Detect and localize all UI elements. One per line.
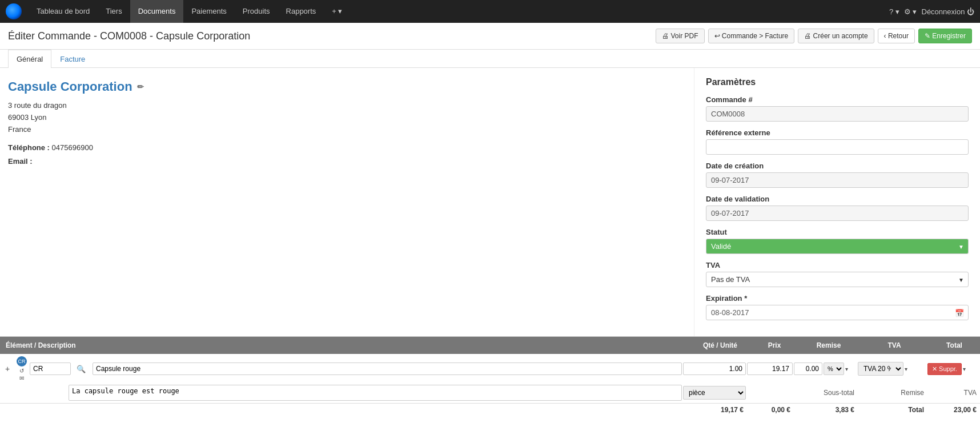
company-edit-icon[interactable]: ✏: [137, 82, 144, 91]
statut-select-wrapper: Validé: [706, 239, 969, 254]
footer-tva-value: 3,83 €: [794, 406, 857, 414]
nav-paiements[interactable]: Paiements: [183, 0, 234, 23]
date-creation-input[interactable]: [706, 172, 969, 188]
address-line2: 69003 Lyon: [8, 112, 686, 124]
nav-tiers[interactable]: Tiers: [98, 0, 130, 23]
row-suppr-button[interactable]: ✕ Suppr.: [927, 363, 962, 375]
row-qty-input[interactable]: [683, 362, 746, 375]
tab-facture[interactable]: Facture: [51, 50, 94, 68]
row-code-input[interactable]: [30, 362, 71, 375]
nav-plus[interactable]: + ▾: [324, 0, 350, 23]
company-contact: Téléphone : 0475696900 Email :: [8, 141, 686, 168]
ref-externe-input[interactable]: [706, 139, 969, 155]
retour-button[interactable]: ‹ Retour: [878, 29, 915, 43]
row-remise-input[interactable]: [794, 362, 822, 375]
footer-tva-label: TVA: [927, 389, 979, 397]
page-title: Éditer Commande - COM0008 - Capsule Corp…: [8, 30, 250, 42]
row-unit-select[interactable]: pièce: [683, 386, 746, 400]
th-prix: Prix: [752, 337, 797, 354]
app-logo: [6, 3, 22, 19]
main-content: Capsule Corporation ✏ 3 route du dragon …: [0, 68, 980, 336]
row-refresh-icon[interactable]: ↺: [19, 368, 24, 374]
footer-sous-total-value: 19,17 €: [683, 406, 746, 414]
telephone-row: Téléphone : 0475696900: [8, 141, 686, 154]
creer-acompte-button[interactable]: 🖨 Créer un acompte: [798, 29, 874, 43]
th-tva: TVA: [860, 337, 929, 354]
statut-select[interactable]: Validé: [706, 239, 969, 254]
table-area: Élément / Description Qté / Unité Prix R…: [0, 336, 980, 416]
telephone-label: Téléphone :: [8, 143, 50, 152]
footer-remise-value: 0,00 €: [747, 406, 793, 414]
footer-total-value: 23,00 €: [927, 406, 979, 414]
tva-select-wrapper: Pas de TVA: [706, 272, 969, 287]
row-prix-input[interactable]: [747, 362, 793, 375]
company-address: 3 route du dragon 69003 Lyon France: [8, 100, 686, 135]
ref-externe-label: Référence externe: [706, 128, 969, 137]
footer-remise-label: Remise: [858, 389, 926, 397]
row-actions: ✕ Suppr. ▾: [927, 363, 979, 375]
nav-documents[interactable]: Documents: [130, 0, 184, 23]
row-icons: CR ↺ ✉: [15, 356, 29, 381]
top-nav: Tableau de bord Tiers Documents Paiement…: [0, 0, 980, 23]
table-footer-row: 19,17 € 0,00 € 3,83 € Total 23,00 €: [0, 404, 980, 416]
row-tva-group: TVA 20 % ▾: [858, 362, 926, 376]
row-search-icon[interactable]: 🔍: [77, 365, 91, 373]
footer-sous-total-label: Sous-total: [794, 389, 857, 397]
nav-tableau-de-bord[interactable]: Tableau de bord: [29, 0, 98, 23]
settings-menu[interactable]: ⚙ ▾: [904, 7, 917, 16]
form-tva: TVA Pas de TVA: [706, 261, 969, 287]
commande-facture-button[interactable]: ↩ Commande > Facture: [708, 29, 795, 43]
row-remise-group: % € ▾: [794, 362, 857, 375]
row-more-icon[interactable]: ▾: [963, 366, 966, 372]
form-expiration: Expiration * 📅: [706, 294, 969, 320]
th-qte-unite: Qté / Unité: [689, 337, 752, 354]
nav-rapports[interactable]: Rapports: [278, 0, 324, 23]
left-panel: Capsule Corporation ✏ 3 route du dragon …: [0, 68, 694, 336]
nav-items: Tableau de bord Tiers Documents Paiement…: [29, 0, 889, 23]
tva-select[interactable]: Pas de TVA: [706, 272, 969, 287]
params-title: Paramètres: [706, 77, 969, 87]
expiration-label: Expiration *: [706, 294, 969, 303]
form-date-creation: Date de création: [706, 162, 969, 188]
enregistrer-button[interactable]: ✎ Enregistrer: [918, 29, 972, 43]
tabs: Général Facture: [0, 50, 980, 68]
form-commande: Commande #: [706, 95, 969, 122]
commande-input[interactable]: [706, 106, 969, 122]
company-name-text: Capsule Corporation: [8, 79, 132, 94]
table-header: Élément / Description Qté / Unité Prix R…: [0, 337, 980, 354]
row-remise-type-select[interactable]: % €: [824, 362, 844, 375]
date-validation-input[interactable]: [706, 206, 969, 221]
email-label: Email :: [8, 157, 33, 166]
footer-total-label: Total: [858, 406, 926, 414]
row-note-input[interactable]: La capsule rouge est rouge: [69, 385, 682, 401]
header-actions: 🖨 Voir PDF ↩ Commande > Facture 🖨 Créer …: [656, 29, 972, 43]
telephone-val: 0475696900: [52, 143, 93, 152]
form-statut: Statut Validé: [706, 228, 969, 254]
calendar-icon[interactable]: 📅: [955, 308, 964, 317]
nav-produits[interactable]: Produits: [235, 0, 278, 23]
form-ref-externe: Référence externe: [706, 128, 969, 155]
nav-right: ? ▾ ⚙ ▾ Déconnexion ⏻: [889, 7, 974, 16]
logout-button[interactable]: Déconnexion ⏻: [922, 7, 975, 16]
form-date-validation: Date de validation: [706, 195, 969, 221]
table-row: + CR ↺ ✉ 🔍 % € ▾ TVA 20 %: [0, 354, 980, 404]
date-creation-label: Date de création: [706, 162, 969, 170]
row-desc-input[interactable]: [93, 362, 682, 375]
address-line1: 3 route du dragon: [8, 100, 686, 112]
voir-pdf-button[interactable]: 🖨 Voir PDF: [656, 29, 704, 43]
row-add-icon[interactable]: +: [1, 363, 14, 374]
expiration-input[interactable]: [706, 305, 969, 320]
page-header: Éditer Commande - COM0008 - Capsule Corp…: [0, 23, 980, 50]
row-comment-icon[interactable]: ✉: [19, 375, 24, 381]
row-tva-select[interactable]: TVA 20 %: [858, 362, 903, 376]
statut-label: Statut: [706, 228, 969, 236]
address-line3: France: [8, 124, 686, 136]
right-panel: Paramètres Commande # Référence externe …: [694, 68, 980, 336]
company-name-header: Capsule Corporation ✏: [8, 79, 686, 94]
row-type-icon: CR: [17, 356, 27, 366]
help-menu[interactable]: ? ▾: [889, 7, 899, 16]
commande-label: Commande #: [706, 95, 969, 104]
tab-general[interactable]: Général: [8, 50, 51, 68]
date-validation-label: Date de validation: [706, 195, 969, 203]
email-row: Email :: [8, 155, 686, 168]
